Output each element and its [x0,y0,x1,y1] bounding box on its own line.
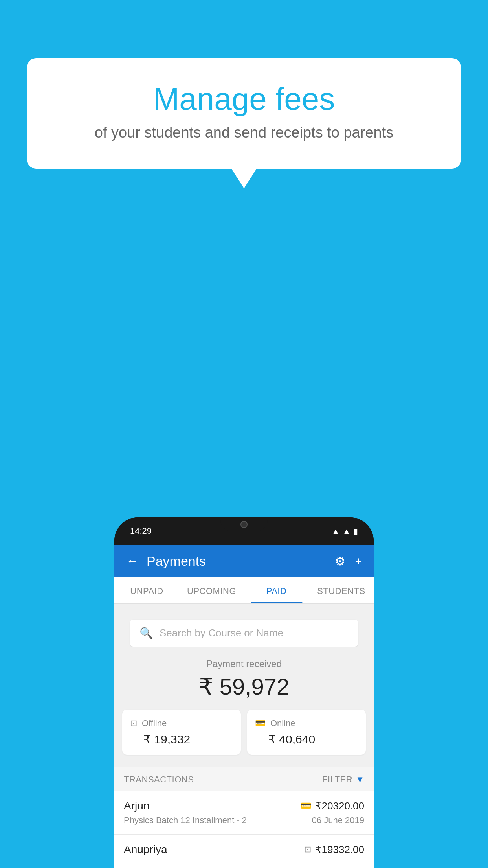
phone-notch [220,517,268,531]
speech-bubble: Manage fees of your students and send re… [27,58,461,169]
transactions-label: TRANSACTIONS [124,774,194,785]
search-bar[interactable]: 🔍 Search by Course or Name [130,620,358,647]
online-icon: 💳 [255,718,266,728]
filter-container[interactable]: FILTER ▼ [322,774,364,785]
add-icon[interactable]: + [355,555,362,568]
settings-icon[interactable]: ⚙ [335,554,345,568]
offline-card-header: ⊡ Offline [130,718,233,728]
tab-students[interactable]: STUDENTS [309,577,374,603]
tabs-container: UNPAID UPCOMING PAID STUDENTS [114,577,374,604]
bubble-subtitle: of your students and send receipts to pa… [58,124,430,141]
transactions-header: TRANSACTIONS FILTER ▼ [114,767,374,791]
transaction-amount-container: 💳 ₹20320.00 [301,800,364,812]
offline-amount: ₹ 19,332 [130,732,233,746]
transaction-course: Physics Batch 12 Installment - 2 [124,815,247,826]
payment-type-icon: ⊡ [304,844,311,855]
online-card: 💳 Online ₹ 40,640 [247,710,366,755]
speech-bubble-container: Manage fees of your students and send re… [27,58,461,169]
wifi-icon: ▲ [332,527,339,536]
transaction-row[interactable]: Anupriya ⊡ ₹19332.00 [114,835,374,868]
front-camera [240,521,248,528]
search-icon: 🔍 [139,627,153,640]
app-title: Payments [147,554,206,569]
transaction-name: Arjun [124,800,149,812]
app-header: ← Payments ⚙ + [114,545,374,577]
header-left: ← Payments [126,554,206,569]
transaction-date: 06 June 2019 [312,815,364,826]
phone-screen: ← Payments ⚙ + UNPAID UPCOMING PAID STUD… [114,545,374,868]
offline-icon: ⊡ [130,718,137,728]
offline-card: ⊡ Offline ₹ 19,332 [122,710,241,755]
phone-frame: 14:29 ▲ ▲ ▮ ← Payments ⚙ + UNPAID [114,517,374,868]
payment-type-icon: 💳 [301,801,311,811]
online-amount: ₹ 40,640 [255,732,358,746]
status-icons: ▲ ▲ ▮ [332,526,358,536]
payment-summary: Payment received ₹ 59,972 ⊡ Offline ₹ 19… [114,647,374,767]
online-label: Online [270,718,295,728]
back-button[interactable]: ← [126,554,139,568]
transaction-amount: ₹19332.00 [315,844,364,856]
tab-paid[interactable]: PAID [244,577,309,603]
transaction-name: Anupriya [124,843,167,856]
payment-cards: ⊡ Offline ₹ 19,332 💳 Online ₹ 40,640 [122,710,366,755]
transaction-amount-container: ⊡ ₹19332.00 [304,844,364,856]
transaction-top: Arjun 💳 ₹20320.00 [124,800,364,812]
header-right: ⚙ + [335,554,362,568]
status-time: 14:29 [130,526,152,536]
search-input[interactable]: Search by Course or Name [160,627,283,639]
phone-top-bar: 14:29 ▲ ▲ ▮ [114,517,374,545]
filter-icon: ▼ [356,774,364,785]
transaction-row[interactable]: Arjun 💳 ₹20320.00 Physics Batch 12 Insta… [114,791,374,835]
filter-label: FILTER [322,774,352,785]
transaction-bottom: Physics Batch 12 Installment - 2 06 June… [124,815,364,826]
transaction-top: Anupriya ⊡ ₹19332.00 [124,843,364,856]
battery-icon: ▮ [354,526,358,536]
tab-upcoming[interactable]: UPCOMING [179,577,244,603]
offline-label: Offline [142,718,167,728]
bubble-title: Manage fees [58,82,430,116]
payment-received-label: Payment received [122,658,366,669]
transaction-amount: ₹20320.00 [315,800,364,812]
tab-unpaid[interactable]: UNPAID [114,577,179,603]
online-card-header: 💳 Online [255,718,358,728]
payment-total-amount: ₹ 59,972 [122,673,366,700]
signal-icon: ▲ [343,527,350,536]
